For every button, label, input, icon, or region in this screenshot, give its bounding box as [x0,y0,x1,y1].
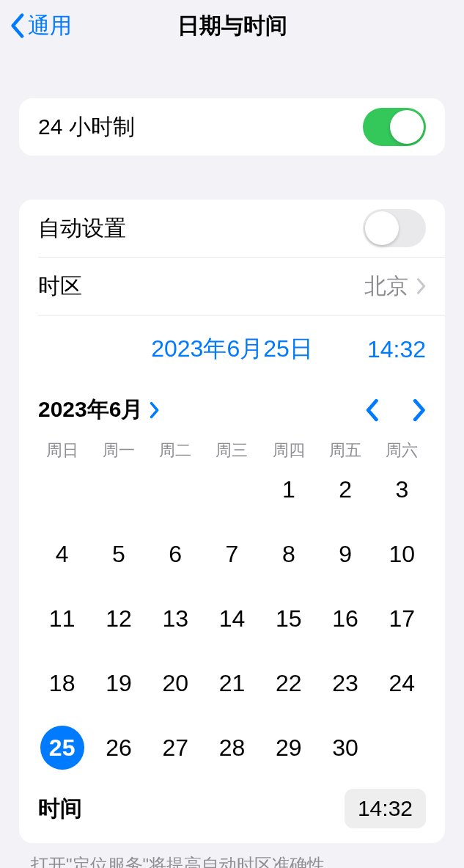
calendar-day[interactable]: 2 [317,467,373,511]
calendar-day[interactable]: 23 [317,661,373,705]
calendar-day[interactable]: 21 [204,661,260,705]
calendar-day-empty [90,467,147,511]
chevron-right-icon [416,277,426,295]
calendar-day[interactable]: 8 [260,532,317,576]
calendar-day-empty [147,467,204,511]
row-24-hour: 24 小时制 [19,98,445,156]
calendar-day[interactable]: 14 [204,597,260,641]
weekday-label: 周日 [34,440,90,462]
calendar-day[interactable]: 26 [90,726,147,770]
time-picker-button[interactable]: 14:32 [345,789,426,828]
row-auto-set: 自动设置 [19,200,445,257]
value-timezone: 北京 [364,271,408,302]
back-button[interactable]: 通用 [0,11,72,41]
month-picker-button[interactable]: 2023年6月 [38,395,159,425]
calendar-day[interactable]: 17 [374,597,430,641]
calendar-day[interactable]: 4 [34,532,90,576]
calendar-day[interactable]: 13 [147,597,204,641]
calendar-day[interactable]: 10 [374,532,430,576]
calendar-day[interactable]: 30 [317,726,373,770]
calendar-day[interactable]: 24 [374,661,430,705]
weekday-label: 周五 [317,440,373,462]
label-timezone: 时区 [38,271,82,302]
weekday-label: 周四 [260,440,317,462]
month-label: 2023年6月 [38,395,143,425]
calendar-day[interactable]: 28 [204,726,260,770]
calendar-day[interactable]: 19 [90,661,147,705]
calendar-day-empty [34,467,90,511]
weekday-label: 周一 [90,440,147,462]
back-label: 通用 [28,11,72,41]
label-auto-set: 自动设置 [38,214,126,244]
calendar-day[interactable]: 16 [317,597,373,641]
calendar-day[interactable]: 12 [90,597,147,641]
switch-24-hour[interactable] [363,108,426,146]
weekday-label: 周三 [204,440,260,462]
calendar-day[interactable]: 25 [34,726,90,770]
selected-date[interactable]: 2023年6月25日 [135,333,329,365]
calendar-grid: 1234567891011121314151617181920212223242… [19,464,445,784]
calendar-day[interactable]: 15 [260,597,317,641]
weekday-label: 周六 [374,440,430,462]
calendar-day[interactable]: 20 [147,661,204,705]
chevron-right-icon [149,401,159,419]
calendar-day[interactable]: 29 [260,726,317,770]
label-time: 时间 [38,794,82,824]
calendar-day[interactable]: 18 [34,661,90,705]
calendar-day[interactable]: 7 [204,532,260,576]
chevron-left-icon [9,12,25,39]
calendar-day[interactable]: 22 [260,661,317,705]
calendar-day-empty [204,467,260,511]
switch-auto-set[interactable] [363,209,426,247]
calendar-day[interactable]: 5 [90,532,147,576]
calendar-day[interactable]: 11 [34,597,90,641]
calendar-day[interactable]: 9 [317,532,373,576]
row-timezone[interactable]: 时区 北京 [19,258,445,315]
label-24-hour: 24 小时制 [38,112,135,142]
weekday-header: 周日周一周二周三周四周五周六 [19,434,445,464]
calendar-day[interactable]: 3 [374,467,430,511]
weekday-label: 周二 [147,440,204,462]
next-month-button[interactable] [411,398,426,422]
calendar-day[interactable]: 6 [147,532,204,576]
calendar-day[interactable]: 27 [147,726,204,770]
chevron-right-icon [411,398,426,422]
chevron-left-icon [364,398,379,422]
footer-hint: 打开"定位服务"将提高自动时区准确性。 [0,843,464,868]
calendar-day[interactable]: 1 [260,467,317,511]
prev-month-button[interactable] [364,398,379,422]
row-datetime-display: 2023年6月25日 14:32 [19,316,445,374]
selected-time[interactable]: 14:32 [329,336,426,363]
row-time: 时间 14:32 [19,784,445,843]
